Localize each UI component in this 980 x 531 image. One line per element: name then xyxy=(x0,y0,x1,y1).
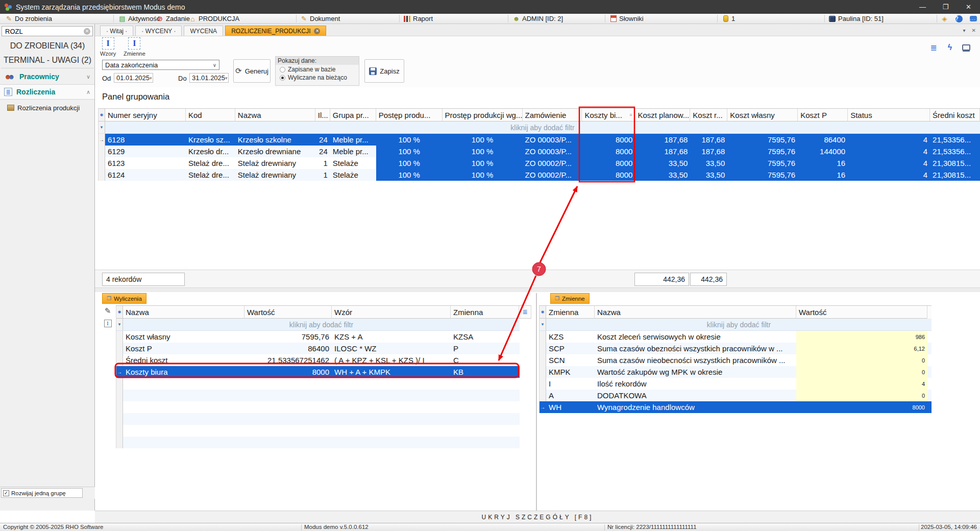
table-row[interactable]: Średni koszt 21,533567251462 ( A + KPZ +… xyxy=(116,354,520,366)
menu-item-slowniki[interactable]: Słowniki xyxy=(609,14,644,23)
monitor-icon[interactable] xyxy=(960,41,973,54)
edit-icon[interactable]: ✎ xyxy=(105,306,111,316)
table-row-empty[interactable] xyxy=(116,437,520,448)
table-row[interactable]: SCN Suma czasów nieobecności wszystkich … xyxy=(540,354,932,366)
sidebar-group-pracownicy[interactable]: Pracownicy ∨ xyxy=(0,69,94,84)
table-row-koszty-biura[interactable]: → Koszty biura 8000 WH + A + KMPK KB xyxy=(116,366,520,378)
radio-zapisane[interactable]: Zapisane w bazie xyxy=(276,65,359,73)
column-header[interactable]: Wartość xyxy=(244,306,332,319)
wzory-button[interactable]: I Wzory xyxy=(100,37,116,57)
column-header[interactable]: Zamówienie xyxy=(523,109,582,122)
column-header[interactable]: Wartość xyxy=(796,306,927,319)
column-header[interactable]: Koszt własny xyxy=(727,109,798,122)
sidebar-group-rozliczenia[interactable]: Rozliczenia ∧ xyxy=(0,84,94,100)
column-header[interactable]: Nazwa xyxy=(235,109,315,122)
menu-item-aktywnosc[interactable]: Aktywność xyxy=(118,14,160,23)
column-header[interactable]: Wzór xyxy=(332,306,451,319)
menu-item-paulina[interactable]: Paulina [ID: 51] xyxy=(828,14,884,23)
tab-wyliczenia[interactable]: ❐ Wyliczenia xyxy=(102,293,146,304)
menu-item-raport[interactable]: Raport xyxy=(403,14,433,23)
table-row[interactable]: I Ilość rekordów 4 xyxy=(540,378,932,390)
filter-hint[interactable]: kliknij aby dodać filtr xyxy=(123,319,520,330)
tab-witaj[interactable]: · Witaj · xyxy=(100,26,133,36)
table-row-empty[interactable] xyxy=(116,378,520,390)
column-header[interactable]: Kod xyxy=(186,109,235,122)
menu-item-licznik[interactable]: 1 xyxy=(722,14,735,23)
tab-wycena[interactable]: WYCENA xyxy=(184,26,223,36)
table-row[interactable]: 6129 Krzesło dr... Krzesło drewniane 24 … xyxy=(99,146,980,157)
expand-one-group-option[interactable]: ✓ Rozwijaj jedną grupę xyxy=(1,488,83,498)
column-header[interactable]: Grupa pr... xyxy=(330,109,376,122)
clear-search-icon[interactable]: ✕ xyxy=(84,28,90,35)
column-header[interactable]: Średni koszt xyxy=(930,109,980,122)
sidebar-search[interactable]: ✕ xyxy=(2,26,93,36)
zmienne-button[interactable]: I Zmienne xyxy=(124,37,145,57)
sidebar-item-terminal-uwagi[interactable]: TERMINAL - UWAGI (2) xyxy=(0,54,95,67)
column-header-koszty-biura[interactable]: Koszty bi...≡ xyxy=(582,109,635,122)
help-button[interactable] xyxy=(955,14,965,23)
zapisz-button[interactable]: Zapisz xyxy=(364,59,404,83)
date-field-selector[interactable]: Data zakończenia ∨ xyxy=(102,60,219,70)
column-header[interactable]: Zmienna xyxy=(546,306,595,319)
column-header[interactable]: Koszt r... xyxy=(690,109,727,122)
menu-item-admin[interactable]: ADMIN [ID: 2] xyxy=(512,14,563,23)
tab-zmienne[interactable]: ❐ Zmienne xyxy=(550,293,590,304)
minimize-button[interactable]: — xyxy=(911,0,934,14)
close-button[interactable]: ✕ xyxy=(957,0,980,14)
column-header[interactable]: Nazwa xyxy=(595,306,796,319)
hide-details-button[interactable]: UKRYJ SZCZEGÓŁY [F8] xyxy=(95,511,980,523)
column-header[interactable]: Zmienna xyxy=(451,306,519,319)
filter-hint[interactable]: kliknij aby dodać filtr xyxy=(105,122,980,133)
menu-item-dokument[interactable]: Dokument xyxy=(300,14,340,23)
column-header[interactable]: Nazwa xyxy=(123,306,244,319)
sidebar-item-do-zrobienia[interactable]: DO ZROBIENIA (34) xyxy=(0,39,95,53)
column-header[interactable]: Prostęp produkcji wg... xyxy=(443,109,523,122)
tab-list-dropdown-icon[interactable]: ▾ xyxy=(963,28,966,33)
column-header[interactable]: Status xyxy=(848,109,930,122)
table-row-empty[interactable] xyxy=(116,390,520,401)
menu-item-do-zrobienia[interactable]: Do zrobienia xyxy=(5,14,52,23)
horizontal-splitter[interactable] xyxy=(95,288,980,292)
sidebar-item-rozliczenia-produkcji[interactable]: Rozliczenia produkcji xyxy=(7,102,94,114)
table-row-empty[interactable] xyxy=(116,425,520,437)
table-row[interactable]: → 6128 Krzesło sz... Krzesło szkolne 24 … xyxy=(99,134,980,146)
table-row-wh[interactable]: → WH Wynagrodzenie handlowców 8000 xyxy=(540,401,932,413)
table-row[interactable]: SCP Suma czasów obezności wszystkich pra… xyxy=(540,343,932,354)
filter-hint[interactable]: kliknij aby dodać filtr xyxy=(546,319,932,330)
table-row[interactable]: KZS Koszt zleceń serwisowych w okresie 9… xyxy=(540,331,932,343)
format-painter-button[interactable] xyxy=(941,14,950,23)
column-header[interactable]: Koszt P xyxy=(798,109,848,122)
tab-close-icon[interactable]: ✕ xyxy=(314,28,320,34)
tab-wyceny[interactable]: · WYCENY · xyxy=(135,26,182,36)
radio-wyliczane[interactable]: Wyliczane na bieżąco xyxy=(276,73,359,81)
table-row[interactable]: 6123 Stelaż dre... Stelaż drewniany 1 St… xyxy=(99,157,980,169)
search-input[interactable] xyxy=(4,27,84,36)
tab-bar-close-icon[interactable]: ✕ xyxy=(972,28,976,33)
column-header[interactable]: Numer seryjny xyxy=(105,109,186,122)
radio-on-icon[interactable] xyxy=(280,75,285,81)
grouping-panel[interactable]: Panel grupowania xyxy=(102,92,169,102)
lightning-icon[interactable]: ϟ xyxy=(943,41,957,54)
table-row[interactable]: A DODATKOWA 0 xyxy=(540,390,932,401)
select-icon[interactable]: I xyxy=(104,320,112,327)
filter-row[interactable]: ▼ kliknij aby dodać filtr xyxy=(540,319,932,331)
column-header[interactable]: Koszt planow... xyxy=(635,109,690,122)
generuj-button[interactable]: ⟳ Generuj xyxy=(233,59,271,83)
date-to-field[interactable]: 31.01.2025▾ xyxy=(189,73,229,83)
tab-rozliczenie-produkcji[interactable]: ROZLICZENIE_PRODUKCJI ✕ xyxy=(225,26,326,36)
table-row-empty[interactable] xyxy=(116,401,520,413)
menu-item-produkcja[interactable]: PRODUKCJA xyxy=(189,14,239,23)
filter-row[interactable]: ▼ kliknij aby dodać filtr xyxy=(99,122,980,134)
table-row[interactable]: Koszt P 86400 ILOSC * WZ P xyxy=(116,343,520,354)
table-row-empty[interactable] xyxy=(116,413,520,425)
table-row[interactable]: KMPK Wartość zakupów wg MPK w okresie 0 xyxy=(540,366,932,378)
table-row[interactable]: 6124 Stelaż dre... Stelaż drewniany 1 St… xyxy=(99,169,980,181)
column-header[interactable]: Il... xyxy=(315,109,330,122)
column-chooser-icon[interactable]: ≣ xyxy=(519,306,531,319)
vertical-splitter[interactable] xyxy=(536,293,537,511)
column-header[interactable]: Postęp produ... xyxy=(376,109,443,122)
row-view-icon[interactable]: ≣ xyxy=(927,41,940,54)
checkbox-checked-icon[interactable]: ✓ xyxy=(3,490,9,496)
filter-row[interactable]: ▼ kliknij aby dodać filtr xyxy=(116,319,520,331)
maximize-button[interactable]: ❐ xyxy=(934,0,957,14)
